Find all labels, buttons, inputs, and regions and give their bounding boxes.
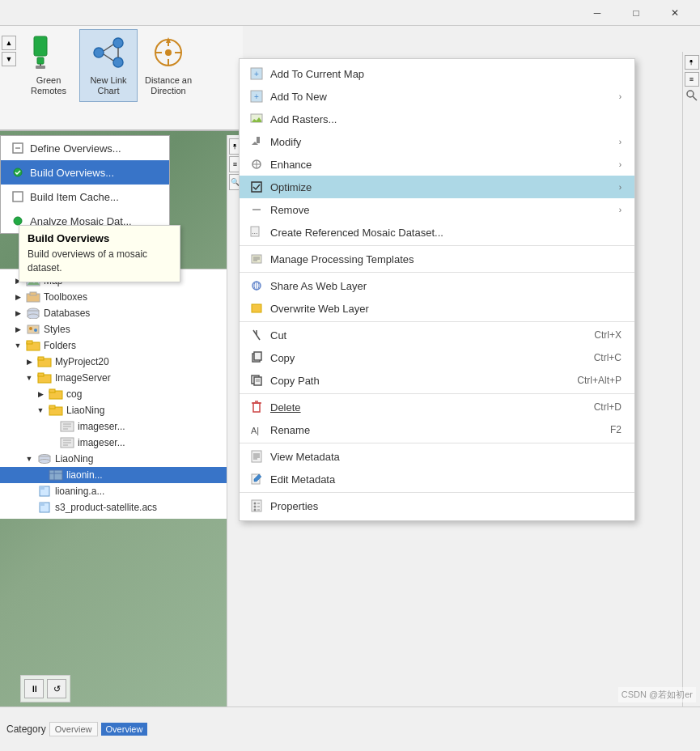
tree-arrow-liaonin [36, 470, 45, 480]
menu-item-view-metadata[interactable]: View Metadata [240, 445, 634, 468]
menu-item-add-current-map[interactable]: + Add To Current Map [240, 62, 634, 85]
tree-item-folders[interactable]: ▼ Folders [0, 337, 239, 354]
svg-rect-20 [13, 192, 23, 202]
toolbar-scroll-up[interactable]: ▲ [2, 36, 16, 50]
tree-item-myproject[interactable]: ▶ MyProject20 [0, 354, 239, 370]
tree-item-s3-product[interactable]: s3_product-satellite.acs [0, 499, 239, 516]
svg-rect-39 [49, 389, 55, 392]
toolbar-scroll-down[interactable]: ▼ [2, 52, 16, 66]
build-overviews-icon [11, 165, 25, 180]
svg-line-108 [693, 96, 697, 100]
tree-item-imageser2[interactable]: imageser... [0, 435, 239, 451]
toolbar-item-distance-direction[interactable]: Distance anDirection [139, 29, 197, 102]
modify-icon [249, 134, 264, 149]
tree-label-imageser2: imageser... [78, 437, 125, 448]
menu-item-optimize[interactable]: Optimize › [240, 176, 634, 198]
tree-label-toolboxes: Toolboxes [44, 291, 87, 303]
copy-path-shortcut: Ctrl+Alt+P [577, 375, 622, 386]
tree-item-imageserver[interactable]: ▼ ImageServer [0, 370, 239, 386]
tree-item-cog[interactable]: ▶ cog [0, 386, 239, 402]
add-rasters-icon [249, 112, 264, 126]
tree-item-lioaning-acs[interactable]: lioaning.a... [0, 483, 239, 499]
remove-arrow: › [619, 206, 622, 214]
menu-label-add-rasters: Add Rasters... [270, 113, 337, 125]
menu-item-add-to-new[interactable]: + Add To New › [240, 85, 634, 108]
divider-4 [240, 393, 634, 394]
overview-item-2[interactable]: Overview [101, 723, 148, 736]
menu-item-add-rasters[interactable]: Add Rasters... [240, 108, 634, 130]
tree-arrow-s3-product [24, 503, 34, 512]
svg-text:...: ... [252, 227, 258, 235]
menu-item-rename[interactable]: A| Rename F2 [240, 418, 634, 441]
minimize-button[interactable]: ─ [579, 1, 616, 25]
svg-rect-70 [252, 182, 261, 192]
styles-icon [26, 324, 40, 335]
svg-rect-100 [252, 500, 261, 511]
divider-5 [240, 443, 634, 443]
toolbar-label-new-link-chart: New LinkChart [90, 75, 126, 96]
svg-point-101 [254, 503, 257, 505]
tree-label-liaoning-db: LiaoNing [55, 453, 93, 465]
menu-item-enhance[interactable]: Enhance › [240, 153, 634, 176]
tree-item-databases[interactable]: ▶ Databases [0, 305, 239, 321]
toolbar-items: GreenRemotes New LinkChar [19, 29, 197, 102]
tree-item-liaoning-folder[interactable]: ▼ LiaoNing [0, 402, 239, 418]
toolbar: ▲ ▼ GreenRemotes [0, 26, 243, 131]
rename-shortcut: F2 [610, 424, 622, 435]
menu-item-overwrite-web-layer[interactable]: Overwrite Web Layer [240, 297, 634, 320]
dropdown-item-build-overviews[interactable]: Build Overviews... [1, 160, 169, 185]
menu-label-manage-templates: Manage Processing Templates [270, 253, 414, 265]
divider-6 [240, 492, 634, 493]
svg-marker-59 [40, 503, 45, 506]
menu-item-copy-path[interactable]: Copy Path Ctrl+Alt+P [240, 369, 634, 392]
maximize-button[interactable]: □ [617, 1, 655, 25]
menu-item-modify[interactable]: Modify › [240, 130, 634, 153]
close-button[interactable]: ✕ [656, 1, 694, 25]
menu-label-view-metadata: View Metadata [270, 451, 340, 463]
overview-item-1[interactable]: Overview [49, 722, 98, 736]
svg-rect-81 [252, 304, 261, 312]
menu-item-create-referenced[interactable]: ... Create Referenced Mosaic Dataset... [240, 221, 634, 244]
liaoning-db-icon [37, 453, 52, 465]
right-menu-button[interactable]: ≡ [685, 72, 699, 87]
menu-item-properties[interactable]: Properties [240, 494, 634, 517]
menu-label-rename: Rename [270, 424, 310, 436]
tree-item-toolboxes[interactable]: ▶ Toolboxes [0, 289, 239, 305]
menu-item-delete[interactable]: Delete Ctrl+D [240, 396, 634, 418]
menu-item-remove[interactable]: Remove › [240, 198, 634, 221]
rename-icon: A| [249, 422, 264, 437]
menu-item-share-web-layer[interactable]: Share As Web Layer [240, 274, 634, 297]
toolbar-item-green-remotes[interactable]: GreenRemotes [19, 29, 78, 102]
delete-icon [249, 400, 264, 414]
main-area: ▲ ▼ GreenRemotes [0, 26, 700, 751]
menu-item-edit-metadata[interactable]: Edit Metadata [240, 468, 634, 490]
right-pin-button[interactable]: 🖈 [685, 55, 699, 70]
define-overviews-icon [11, 141, 25, 155]
tree-arrow-databases: ▶ [13, 308, 23, 318]
properties-icon [249, 499, 264, 513]
dropdown-item-define-overviews[interactable]: Define Overviews... [1, 136, 169, 160]
imageser2-icon [60, 437, 74, 448]
tree-arrow-liaoning-folder: ▼ [36, 405, 45, 415]
toolbar-item-new-link-chart[interactable]: New LinkChart [79, 29, 138, 102]
refresh-button[interactable]: ↺ [47, 679, 66, 698]
menu-label-overwrite-web-layer: Overwrite Web Layer [270, 303, 369, 315]
menu-item-manage-templates[interactable]: Manage Processing Templates [240, 248, 634, 270]
menu-label-copy-path: Copy Path [270, 375, 320, 387]
dropdown-item-build-item-cache[interactable]: Build Item Cache... [1, 185, 169, 209]
play-pause-button[interactable]: ⏸ [24, 679, 44, 698]
tree-item-styles[interactable]: ▶ Styles [0, 321, 239, 337]
toolboxes-icon [26, 291, 40, 303]
left-dropdown: Define Overviews... Build Overviews... B… [0, 135, 170, 234]
svg-point-28 [28, 314, 39, 319]
menu-item-copy[interactable]: Copy Ctrl+C [240, 346, 634, 369]
menu-label-delete: Delete [270, 401, 301, 414]
tree-item-liaoning-db[interactable]: ▼ LiaoNing [0, 451, 239, 467]
svg-rect-3 [36, 66, 45, 69]
svg-point-31 [34, 329, 37, 332]
svg-point-103 [254, 506, 257, 508]
add-to-new-arrow: › [619, 92, 622, 101]
tree-item-liaonin-selected[interactable]: liaonin... [0, 467, 239, 483]
tree-item-imageser1[interactable]: imageser... [0, 418, 239, 435]
menu-item-cut[interactable]: Cut Ctrl+X [240, 324, 634, 346]
